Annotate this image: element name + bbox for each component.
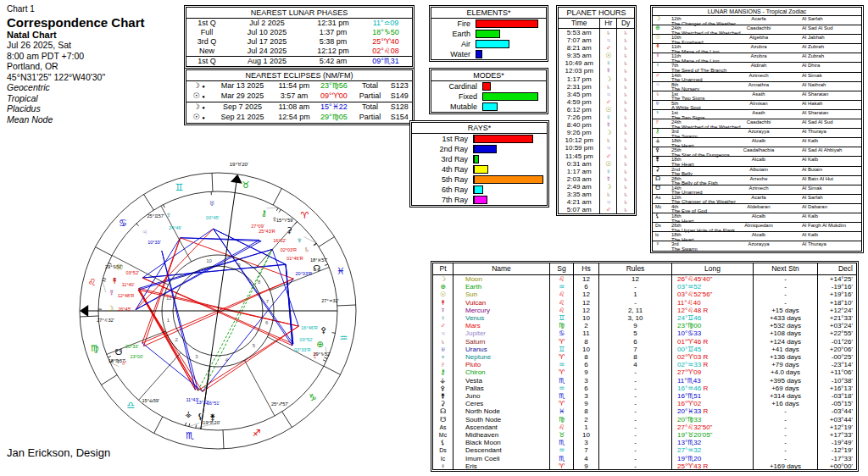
- wheel-planet-label-earth: 03°52': [300, 337, 314, 342]
- wheel-planet-label-mars: 23°00': [131, 354, 144, 359]
- mansion-row-north_node: ☊28thArrexheAl Batn Al HutThe Belly of t…: [653, 176, 861, 185]
- bar-row-4th-ray: 4th Ray: [412, 164, 547, 174]
- planet-row-ds: DsDescendant♒7-27°♒32--12°19': [433, 446, 856, 454]
- setting-zodiac-type: Tropical: [7, 93, 145, 104]
- col-day-planet: Dy: [617, 19, 634, 28]
- mansion-row-saturn: ♄1stAsathAl SharatanThe Two Signs: [653, 91, 861, 101]
- planet-row-asc: AsAscendant♌1-27°♌32'50"-+12°19': [433, 423, 856, 431]
- sign-glyph-12: ♓: [337, 266, 345, 276]
- cusp-label-9: 15°♈59': [276, 218, 293, 223]
- planet-row-saturn: ♄Saturn♈8601°♈46 R+124 days-01°26': [433, 338, 856, 346]
- setting-node-type: Mean Node: [7, 114, 145, 125]
- planet-row-vesta: ⚶Vesta♏3-11°♏43+395 days-10°38': [433, 377, 856, 385]
- sign-glyph-1: ♈: [301, 210, 309, 220]
- planet-hour-row: 3:35 am♄♄: [559, 191, 634, 198]
- wheel-planet-label-pluto: 02°33'R: [294, 347, 310, 352]
- sign-glyph-6: ♍: [91, 343, 99, 354]
- planets-table-header: PtNameSgHsRulesLongNext StnDecl: [433, 263, 856, 275]
- planet-row-mc: McMidheaven♉10-19°♉20'05"-+17°33': [433, 431, 856, 439]
- eclipses-title: NEAREST ECLIPSES (NM/FM): [186, 70, 412, 81]
- planet-row-venus: ♀Venus♊103, 1024°♊46+433 days+21°33': [433, 314, 856, 322]
- planet-row-eris: ♀Eris♈9-25°♈43 R+169 days+00°00': [433, 462, 856, 470]
- page: Chart 1 Correspondence Chart Natal Chart…: [0, 0, 868, 476]
- wheel-planet-label-eris: 25°43'R: [259, 229, 275, 234]
- wheel-planet-label-uranus: 00°45': [206, 215, 220, 220]
- solar-eclipse-row: ☉ ●Sep 21 202512:54 pm29°♍05PartialS154: [186, 113, 412, 123]
- planet-row-vulcan: ↟Vulcan♌12-11°♌40-+18°10': [433, 299, 856, 307]
- mansion-row-uranus: ♅5thAlmisanAl HakahA White Spot: [653, 101, 861, 110]
- wheel-planet-saturn: ♄: [303, 245, 310, 254]
- sign-glyph-2: ♉: [242, 180, 250, 190]
- wheel-planet-label-chiron: 27°09': [251, 224, 264, 229]
- rays-panel: RAYS* 1st Ray2nd Ray3rd Ray4th Ray5th Ra…: [409, 120, 549, 208]
- wheel-planet-pallas: ⚴: [320, 325, 326, 335]
- mansion-row-mars: ♂14thAzimechAl SimakThe Unarmed: [653, 73, 861, 82]
- bar-row-mutable: Mutable: [431, 102, 546, 112]
- planet-row-black_moon: ⚸Black Moon♏3-13°♏32--19°49': [433, 439, 856, 446]
- planets-table-panel: PtNameSgHsRulesLongNext StnDecl ☽Moon♌12…: [431, 261, 859, 472]
- house-number-5: 5: [253, 343, 256, 348]
- sign-glyph-5: ♌: [88, 277, 97, 287]
- planet-row-sun: ☉Sun♌12103°♌52'56"-+19°16': [433, 291, 856, 298]
- planet-row-south_node: ☋South Node♍2-20°♍33-+03°44': [433, 416, 856, 423]
- wheel-planet-neptune: ♆: [297, 235, 303, 245]
- sign-glyph-3: ♊: [175, 182, 183, 192]
- cusp-label-1: 27°♌32': [97, 318, 114, 323]
- wheel-planet-label-vulcan: 11°40': [122, 282, 135, 287]
- wheel-planet-label-sun: 03°52': [126, 270, 140, 275]
- planet-hour-row: 9:26 pm☽♄: [559, 129, 634, 136]
- bar-row-7th-ray: 7th Ray: [412, 195, 547, 205]
- planet-hour-row: 7:26 pm♀♄: [559, 113, 634, 121]
- wheel-planet-uranus: ♅: [209, 198, 215, 208]
- designer-credit: Jan Erickson, Design: [7, 446, 110, 459]
- bar-row-earth: Earth: [431, 29, 546, 39]
- wheel-planet-sun: ☉: [115, 263, 123, 272]
- wheel-planet-moon: ☽: [107, 304, 114, 313]
- sign-glyph-10: ♑: [309, 392, 317, 402]
- lunar-phase-row: FullJul 10 20251:37 pm18°♑50: [186, 28, 412, 37]
- planet-row-pluto: ♇Pluto♒6402°♒33 R+79 days-23°14': [433, 361, 856, 368]
- chart-type: Natal Chart: [7, 30, 145, 41]
- mansion-row-chiron: ⚷3rdAzorayyaAl ThurayaThe Swarm: [653, 129, 861, 138]
- planet-hour-row: 5:07 am♂♄: [559, 206, 634, 213]
- bar-row-cardinal: Cardinal: [431, 81, 546, 91]
- planet-hour-row: 10:59 pm♃♄: [559, 144, 634, 152]
- cusp-label-11: 25°♊57': [147, 213, 164, 219]
- bar-row-fire: Fire: [431, 19, 546, 29]
- planets-table-rows: ☽Moon♌121226°♌45'40"-+14°25'⊕Earth♒6-03°…: [433, 275, 856, 470]
- planet-row-north_node: ☊North Node♓8-20°♓33 R--03°44': [433, 407, 856, 415]
- wheel-planet-label-ceres: 16°02': [273, 238, 287, 243]
- mansion-row-asc: As12thAcarfaAl SarfahThe Changer of the …: [653, 195, 861, 204]
- planet-row-uranus: ♅Uranus♊10700°♊45+41 days+20°06': [433, 346, 856, 353]
- planet-row-mercury: ☿Mercury♌122, 1112°♌48 R+15 days+12°24': [433, 307, 856, 314]
- wheel-planet-label-south_node: 20°33': [125, 344, 139, 349]
- cusp-label-5: 25°♐57': [271, 401, 288, 407]
- lunar-phase-row: NewJul 24 202512:12 pm02°♌08: [186, 47, 412, 56]
- planet-hours-panel: PLANET HOURS Time Hr Dy 5:53 am♄♄7:07 am…: [556, 5, 637, 216]
- wheel-planet-eris: ♀: [271, 214, 278, 224]
- wheel-planet-vulcan: ↟: [111, 276, 118, 285]
- mansion-row-sun: ☉10thAlgebhaAl JabhahThe Forehead: [653, 35, 861, 44]
- lunar-phase-row: 1st QJul 2 202512:31 pm11°≏09: [186, 19, 412, 28]
- setting-house-system: Placidus: [7, 103, 145, 114]
- lunar-phases-rows: 1st QJul 2 202512:31 pm11°≏09FullJul 10 …: [186, 19, 412, 66]
- house-number-10: 10: [206, 258, 212, 263]
- cusp-label-8: 18°♓57': [310, 257, 327, 263]
- planet-hour-row: 9:35 am☉♄: [559, 52, 634, 59]
- wheel-planet-venus: ♀: [165, 210, 172, 219]
- wheel-planet-south_node: ☋: [115, 347, 123, 357]
- lunar-phase-row: 3rd QJul 17 20255:38 pm25°♈40: [186, 37, 412, 47]
- lunar-eclipse-row: ☽ ●Sep 7 202511:08 am15°♓22TotalS128: [186, 102, 412, 113]
- planet-row-chiron: ⚷Chiron♈9-27°♈09+4.0 days+11°06': [433, 368, 856, 376]
- birth-date: Jul 26 2025, Sat: [7, 40, 145, 51]
- planet-row-jupiter: ♃Jupiter♋11510°♋33+108 days+22°55': [433, 329, 856, 337]
- cusp-label-3: 15°♎59': [142, 398, 159, 403]
- bar-row-water: Water: [431, 49, 546, 59]
- planet-hours-header: Time Hr Dy: [559, 19, 634, 29]
- mansion-row-mc: Mc4thAldebaranAl DabaranThe Eye of God: [653, 204, 861, 213]
- wheel-planet-label-mercury: 12°48'R: [118, 293, 134, 298]
- mansion-row-mercury: ☿11thAzobraAl ZubrahThe Mane of the Lion: [653, 53, 861, 63]
- natal-wheel-chart: ♈♉♊♋♌♍♎♏♐♑♒♓27°♌32'18°♍57'15°♎59'19°♏20'…: [66, 149, 375, 473]
- lunar-eclipse-row: ☽ ●Mar 13 202511:54 pm23°♍56TotalS123: [186, 81, 412, 91]
- mansion-row-ceres: ⚳2ndAlbotainAl ButainThe Belly: [653, 167, 861, 176]
